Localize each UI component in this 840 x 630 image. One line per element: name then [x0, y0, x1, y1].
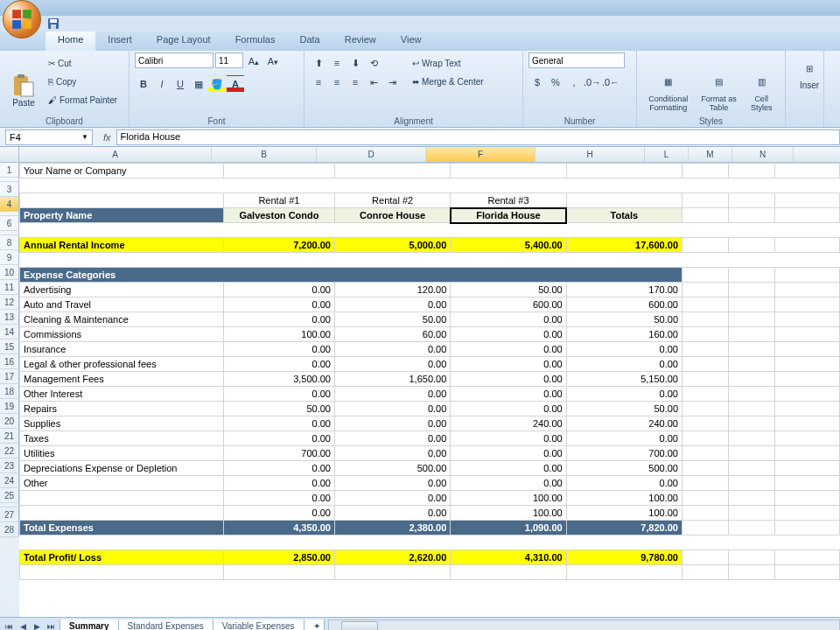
svg-rect-2	[12, 20, 21, 29]
tab-formulas[interactable]: Formulas	[223, 32, 288, 51]
sheet-tab-variable[interactable]: Variable Expenses	[213, 620, 304, 631]
office-button[interactable]	[3, 0, 41, 38]
wrap-text-button[interactable]: ↩Wrap Text	[410, 54, 486, 72]
currency-button[interactable]: $	[528, 74, 546, 91]
row-header-21[interactable]: 21	[0, 429, 19, 444]
group-label-number: Number	[523, 116, 636, 126]
row-header-25[interactable]: 25	[0, 488, 19, 503]
prev-sheet-button[interactable]: ◀	[16, 620, 30, 631]
font-color-button[interactable]: A	[227, 75, 244, 93]
row-header-19[interactable]: 19	[0, 399, 19, 414]
first-sheet-button[interactable]: ⏮	[2, 620, 16, 631]
row-header-27[interactable]: 27	[0, 508, 19, 522]
insert-icon: ⊞	[797, 56, 822, 80]
formula-input[interactable]: Florida House	[116, 130, 840, 145]
wrap-icon: ↩	[412, 59, 419, 68]
tab-view[interactable]: View	[388, 32, 434, 51]
tab-insert[interactable]: Insert	[95, 32, 144, 51]
table-icon: ▤	[706, 70, 731, 94]
percent-button[interactable]: %	[547, 74, 564, 91]
decrease-indent-button[interactable]: ⇤	[365, 74, 382, 91]
formula-bar: F4▼ fx Florida House	[0, 128, 840, 147]
bold-button[interactable]: B	[135, 75, 152, 93]
sheet-tab-summary[interactable]: Summary	[60, 620, 119, 631]
row-header-12[interactable]: 12	[0, 295, 19, 310]
align-right-button[interactable]: ≡	[346, 74, 364, 91]
row-header-20[interactable]: 20	[0, 414, 19, 429]
row-header-8[interactable]: 8	[0, 235, 19, 250]
align-center-button[interactable]: ≡	[328, 74, 346, 91]
row-header-6[interactable]: 6	[0, 216, 19, 231]
col-header-b[interactable]: B	[212, 147, 317, 162]
row-header-13[interactable]: 13	[0, 310, 19, 325]
row-header-16[interactable]: 16	[0, 354, 19, 369]
tab-page-layout[interactable]: Page Layout	[144, 32, 223, 51]
grow-font-button[interactable]: A▴	[245, 52, 262, 70]
last-sheet-button[interactable]: ⏭	[44, 620, 58, 631]
align-top-button[interactable]: ⬆	[310, 54, 327, 72]
row-header-17[interactable]: 17	[0, 369, 19, 384]
sheet-tab-standard[interactable]: Standard Expenses	[118, 620, 214, 631]
horizontal-scrollbar[interactable]	[328, 620, 840, 631]
row-header-23[interactable]: 23	[0, 458, 19, 473]
align-middle-button[interactable]: ≡	[328, 54, 346, 72]
row-header-11[interactable]: 11	[0, 280, 19, 295]
row-headers: 1346891011121314151617181920212223242527…	[0, 163, 19, 617]
align-bottom-button[interactable]: ⬇	[346, 54, 364, 72]
cells-area[interactable]: Your Name or CompanyRental #1Rental #2Re…	[19, 163, 840, 617]
row-header-15[interactable]: 15	[0, 340, 19, 354]
merge-center-button[interactable]: ⬌Merge & Center	[410, 73, 486, 90]
italic-button[interactable]: I	[153, 75, 171, 93]
conditional-formatting-button[interactable]: ▦Conditional Formatting	[642, 52, 695, 125]
row-header-10[interactable]: 10	[0, 265, 19, 280]
col-header-a[interactable]: A	[19, 147, 212, 162]
col-header-l[interactable]: L	[645, 147, 689, 162]
tab-review[interactable]: Review	[332, 32, 388, 51]
fx-icon[interactable]: fx	[103, 132, 111, 143]
underline-button[interactable]: U	[172, 75, 189, 93]
copy-button[interactable]: ⎘Copy	[46, 73, 120, 90]
row-header-22[interactable]: 22	[0, 444, 19, 458]
sheet-tabs-bar: ⏮ ◀ ▶ ⏭ Summary Standard Expenses Variab…	[0, 617, 840, 630]
col-header-d[interactable]: D	[317, 147, 426, 162]
name-box[interactable]: F4▼	[5, 130, 93, 145]
insert-cells-button[interactable]: ⊞Inser	[791, 52, 828, 90]
format-painter-button[interactable]: 🖌Format Painter	[46, 91, 120, 108]
number-format-select[interactable]	[528, 52, 625, 68]
row-header-14[interactable]: 14	[0, 325, 19, 340]
increase-decimal-button[interactable]: .0→	[584, 74, 601, 91]
comma-button[interactable]: ,	[565, 74, 583, 91]
row-header-4[interactable]: 4	[0, 197, 19, 212]
row-header-9[interactable]: 9	[0, 250, 19, 265]
row-header-28[interactable]: 28	[0, 522, 19, 537]
col-header-h[interactable]: H	[536, 147, 645, 162]
border-button[interactable]: ▦	[190, 75, 207, 93]
row-header-3[interactable]: 3	[0, 182, 19, 197]
decrease-decimal-button[interactable]: .0←	[602, 74, 620, 91]
increase-indent-button[interactable]: ⇥	[383, 74, 401, 91]
shrink-font-button[interactable]: A▾	[264, 52, 282, 70]
col-header-n[interactable]: N	[732, 147, 794, 162]
tab-home[interactable]: Home	[46, 32, 95, 51]
group-label-clipboard: Clipboard	[0, 116, 129, 126]
next-sheet-button[interactable]: ▶	[30, 620, 44, 631]
font-size-select[interactable]	[215, 52, 243, 68]
align-left-button[interactable]: ≡	[310, 74, 327, 91]
row-header-1[interactable]: 1	[0, 163, 19, 178]
col-header-f[interactable]: F	[426, 147, 536, 162]
fill-color-button[interactable]: 🪣	[208, 75, 226, 93]
paste-button[interactable]: Paste	[5, 52, 42, 125]
font-name-select[interactable]	[135, 52, 214, 68]
tab-data[interactable]: Data	[287, 32, 332, 51]
format-as-table-button[interactable]: ▤Format as Table	[698, 52, 740, 125]
ribbon-tabs: Home Insert Page Layout Formulas Data Re…	[0, 32, 840, 51]
cell-styles-button[interactable]: ▥Cell Styles	[743, 52, 780, 125]
save-icon[interactable]	[46, 17, 61, 31]
new-sheet-button[interactable]: ✦	[304, 620, 325, 631]
orientation-button[interactable]: ⟲	[365, 54, 382, 72]
select-all-corner[interactable]	[0, 147, 19, 162]
row-header-18[interactable]: 18	[0, 384, 19, 399]
cut-button[interactable]: ✂Cut	[46, 54, 120, 72]
row-header-24[interactable]: 24	[0, 473, 19, 488]
col-header-m[interactable]: M	[689, 147, 732, 162]
